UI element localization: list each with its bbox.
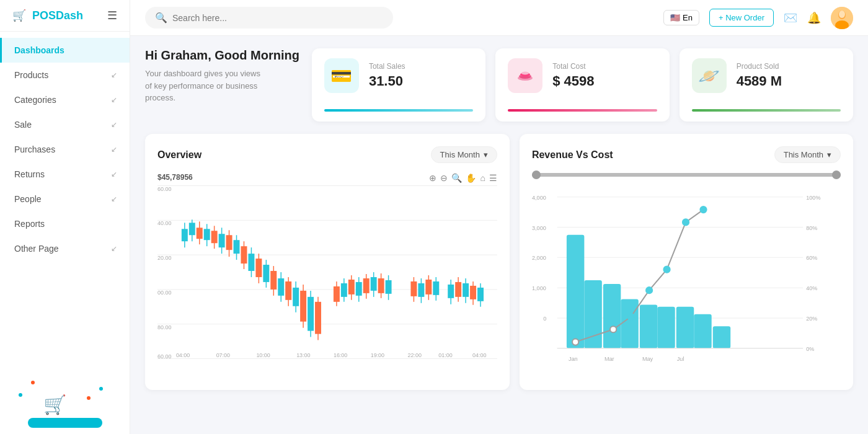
svg-text:40.00: 40.00 [157, 220, 171, 226]
search-box[interactable]: 🔍 [145, 7, 393, 29]
sidebar-cta-button[interactable] [28, 418, 102, 428]
mail-icon[interactable]: ✉️ [784, 11, 797, 25]
svg-text:Jan: Jan [569, 356, 578, 362]
sidebar-item-label: Sale [14, 120, 32, 130]
new-order-button[interactable]: + New Order [709, 9, 774, 27]
svg-text:16:00: 16:00 [334, 352, 347, 358]
chevron-icon: ↙ [111, 120, 117, 129]
svg-text:3,000: 3,000 [532, 225, 546, 231]
svg-text:1,000: 1,000 [532, 285, 546, 291]
sidebar-item-sale[interactable]: Sale ↙ [0, 112, 130, 137]
decor-dot [31, 381, 35, 384]
svg-text:100%: 100% [806, 195, 820, 201]
top-row: Hi Graham, Good Morning Your dashboard g… [145, 48, 853, 122]
svg-rect-127 [657, 307, 675, 348]
svg-rect-125 [621, 299, 638, 348]
chart-card-overview: Overview This Month ▾ $45,78956 ⊕ ⊖ 🔍 ✋ … [145, 134, 510, 390]
stat-value-total-cost: $ 4598 [552, 73, 594, 89]
svg-rect-34 [197, 228, 203, 239]
menu-toggle[interactable]: ☰ [107, 9, 117, 22]
content-area: Hi Graham, Good Morning Your dashboard g… [130, 36, 868, 434]
svg-point-132 [610, 326, 616, 332]
search-icon: 🔍 [155, 12, 167, 24]
stat-bar-total-sales [324, 109, 473, 112]
stat-icon-product-sold: 🪐 [692, 58, 727, 93]
revenue-chart: 4,000 3,000 2,000 1,000 0 100% 80% 60% 4… [532, 189, 841, 375]
svg-rect-44 [234, 240, 240, 254]
svg-text:60.00: 60.00 [157, 353, 171, 359]
slider-thumb-left[interactable] [532, 170, 541, 179]
sidebar-item-purchases[interactable]: Purchases ↙ [0, 137, 130, 162]
svg-rect-42 [226, 235, 232, 250]
svg-text:80.00: 80.00 [157, 324, 171, 330]
slider-fill [532, 173, 841, 177]
stat-bar-total-cost [508, 109, 657, 112]
header: 🔍 🇺🇸 En + New Order ✉️ 🔔 [130, 0, 868, 36]
svg-rect-82 [386, 280, 392, 294]
svg-rect-96 [463, 283, 469, 297]
zoom-out-icon[interactable]: ⊖ [440, 173, 448, 183]
stat-value-product-sold: 4589 M [737, 73, 782, 89]
sidebar-item-label: Reports [14, 219, 45, 229]
svg-rect-124 [603, 284, 621, 348]
svg-text:20.00: 20.00 [157, 255, 171, 261]
revenue-filter[interactable]: This Month ▾ [774, 146, 841, 163]
svg-rect-56 [278, 278, 284, 296]
avatar[interactable] [831, 7, 853, 29]
search-input[interactable] [172, 13, 383, 23]
sidebar-item-reports[interactable]: Reports [0, 211, 130, 236]
sidebar-item-dashboards[interactable]: Dashboards [0, 38, 130, 63]
decor-dot [99, 387, 103, 391]
svg-rect-54 [270, 271, 277, 290]
svg-text:40%: 40% [806, 285, 817, 291]
svg-rect-66 [315, 302, 321, 334]
svg-text:Jul: Jul [677, 356, 684, 362]
svg-rect-92 [448, 285, 454, 298]
menu-dots-icon[interactable]: ☰ [489, 173, 497, 183]
chart-header-overview: Overview This Month ▾ [157, 146, 497, 163]
sidebar-item-label: Categories [14, 95, 56, 105]
cart-icon: 🛒 [43, 394, 66, 415]
sidebar-item-returns[interactable]: Returns ↙ [0, 162, 130, 187]
charts-row: Overview This Month ▾ $45,78956 ⊕ ⊖ 🔍 ✋ … [145, 134, 853, 390]
overview-filter[interactable]: This Month ▾ [431, 146, 497, 163]
sidebar-item-categories[interactable]: Categories ↙ [0, 87, 130, 112]
svg-point-134 [646, 287, 652, 293]
zoom-in-icon[interactable]: ⊕ [429, 173, 436, 183]
svg-rect-80 [378, 278, 384, 293]
svg-rect-50 [255, 259, 262, 277]
svg-text:07:00: 07:00 [216, 352, 230, 358]
chevron-icon: ↙ [111, 95, 117, 104]
sidebar-item-people[interactable]: People ↙ [0, 187, 130, 211]
svg-rect-74 [356, 282, 362, 296]
stat-card-total-sales: 💳 Total Sales 31.50 [312, 48, 485, 122]
svg-rect-122 [567, 235, 584, 348]
revenue-filter-label: This Month [784, 150, 823, 159]
svg-text:0: 0 [543, 316, 546, 322]
sidebar-item-label: Other Page [14, 244, 59, 254]
home-icon[interactable]: ⌂ [480, 173, 485, 183]
stat-value-total-sales: 31.50 [369, 73, 405, 89]
candlestick-chart: 60.00 40.00 20.00 00.00 80.00 60.00 04:0… [157, 185, 497, 359]
stat-card-product-sold: 🪐 Product Sold 4589 M [680, 48, 853, 122]
svg-rect-88 [425, 280, 432, 294]
slider-thumb-right[interactable] [832, 170, 841, 179]
svg-point-137 [700, 206, 706, 213]
bell-icon[interactable]: 🔔 [807, 11, 821, 25]
sidebar-bottom: 🛒 [0, 372, 130, 434]
pan-icon[interactable]: ✋ [466, 173, 476, 183]
slider-track[interactable] [532, 173, 841, 177]
svg-text:May: May [642, 356, 653, 362]
zoom-icon[interactable]: 🔍 [451, 173, 462, 183]
sidebar-item-products[interactable]: Products ↙ [0, 63, 130, 87]
welcome-subtitle: Your dashboard gives you views of key pe… [145, 68, 269, 104]
svg-rect-128 [676, 307, 694, 348]
sidebar-item-label: People [14, 194, 42, 204]
language-selector[interactable]: 🇺🇸 En [663, 10, 699, 25]
svg-rect-60 [293, 288, 299, 306]
svg-rect-48 [248, 254, 254, 271]
svg-rect-38 [211, 231, 218, 243]
sidebar-item-other-page[interactable]: Other Page ↙ [0, 236, 130, 261]
chevron-down-icon: ▾ [484, 150, 488, 159]
chevron-icon: ↙ [111, 195, 117, 203]
